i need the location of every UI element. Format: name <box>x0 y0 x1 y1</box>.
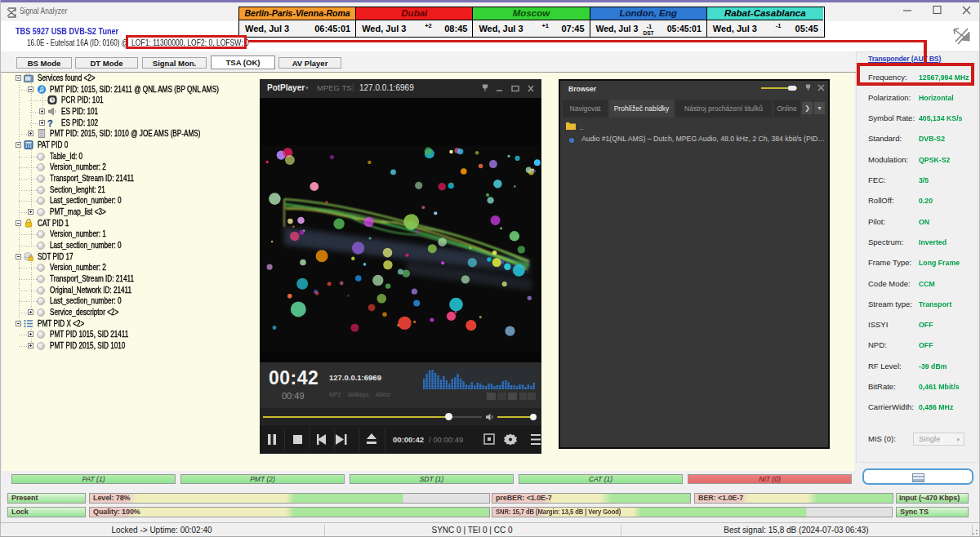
svg-text:/ 00:00:49: / 00:00:49 <box>429 435 463 444</box>
svg-text:00:00:42: 00:00:42 <box>393 435 424 444</box>
